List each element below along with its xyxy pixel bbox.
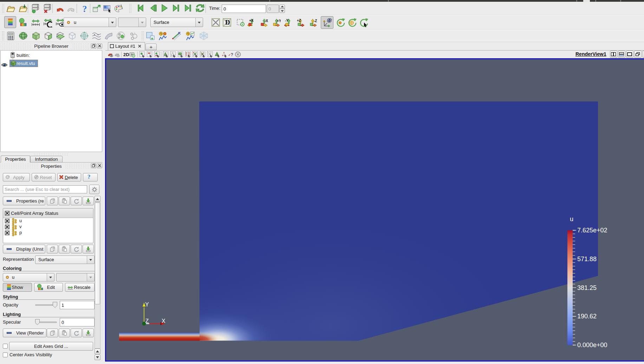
svg-text:Y: Y xyxy=(145,302,149,307)
svg-text:?: ? xyxy=(231,52,233,57)
svg-text:?: ? xyxy=(83,4,87,13)
svg-text:-Y: -Y xyxy=(285,19,288,22)
svg-text:+Z: +Z xyxy=(297,19,301,22)
svg-text:u: u xyxy=(570,216,573,223)
svg-text:0.000e+00: 0.000e+00 xyxy=(577,342,607,349)
svg-text:381.25: 381.25 xyxy=(577,284,597,291)
svg-text:+X: +X xyxy=(249,19,254,22)
svg-text:-X: -X xyxy=(265,19,268,23)
svg-text:D: D xyxy=(225,19,230,26)
svg-text:X: X xyxy=(162,318,165,324)
svg-text:571.88: 571.88 xyxy=(577,256,597,263)
svg-text:-Z: -Z xyxy=(314,19,317,23)
svg-text:Z: Z xyxy=(145,318,149,324)
svg-text:2D: 2D xyxy=(123,52,129,57)
svg-text:190.62: 190.62 xyxy=(577,313,597,320)
svg-text:+Y: +Y xyxy=(277,19,281,23)
svg-text:7.625e+02: 7.625e+02 xyxy=(577,227,607,234)
